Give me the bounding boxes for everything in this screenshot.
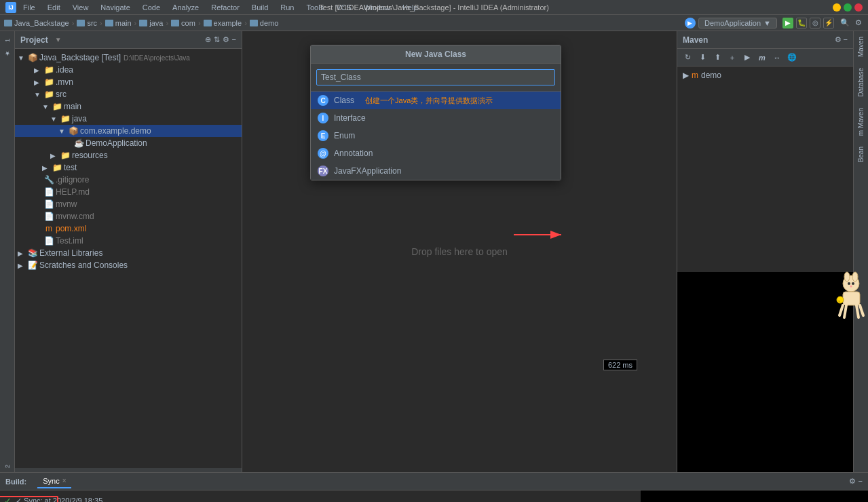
dialog-item-interface[interactable]: I Interface xyxy=(311,109,561,127)
build-log-text: ✓ Sync: at 2020/2/9 18:35 xyxy=(16,497,102,502)
maven-m-icon[interactable]: m xyxy=(756,52,768,64)
tree-item-gitignore[interactable]: ▶ 🔧 .gitignore xyxy=(15,174,242,186)
project-dropdown-icon[interactable]: ▼ xyxy=(55,36,62,43)
maven-upload-icon[interactable]: ⬆ xyxy=(711,52,723,64)
scratches-icon: 📝 xyxy=(28,260,37,270)
window-title: Test [D:\IDEA\projects\Java_Backstage] -… xyxy=(319,3,549,12)
build-tab-sync[interactable]: Sync × xyxy=(37,475,71,488)
tree-item-idea[interactable]: ▶ 📁 .idea xyxy=(15,64,242,76)
bottom-minimize-icon[interactable]: − xyxy=(858,477,863,486)
profile-button[interactable]: ⚡ xyxy=(823,18,834,28)
dialog-item-enum[interactable]: E Enum xyxy=(311,127,561,144)
dialog-item-annotation[interactable]: @ Annotation xyxy=(311,144,561,162)
breadcrumb-bar: Java_Backstage › src › main › java › com… xyxy=(0,15,868,31)
sync-tab-close[interactable]: × xyxy=(62,477,67,484)
tree-item-resources[interactable]: ▶ 📁 resources xyxy=(15,149,242,161)
tree-item-testiml[interactable]: ▶ 📄 Test.iml xyxy=(15,235,242,247)
tree-item-java[interactable]: ▼ 📁 java xyxy=(15,113,242,125)
menu-analyze[interactable]: Analyze xyxy=(170,2,202,13)
mvnw-icon: 📄 xyxy=(44,199,54,209)
sidebar-structure-button[interactable]: 2 xyxy=(1,460,14,472)
tree-item-demoapplication[interactable]: ☕ DemoApplication xyxy=(15,137,242,149)
src-folder-icon xyxy=(77,20,85,26)
panel-settings-icon[interactable]: ⚙ xyxy=(223,35,229,44)
breadcrumb-java[interactable]: java xyxy=(139,19,163,27)
project-panel: Project ▼ ⊕ ⇅ ⚙ − ▼ 📦 Java_Backstage [Te… xyxy=(15,31,242,472)
tree-item-mvnw[interactable]: ▶ 📄 mvnw xyxy=(15,198,242,210)
sidebar-maven-label[interactable]: Maven xyxy=(856,34,866,60)
maven-refresh-icon[interactable]: ↻ xyxy=(681,52,694,64)
pomxml-icon: m xyxy=(44,224,54,233)
center-content: Drop files here to open New Java Class C… xyxy=(242,31,677,472)
tree-item-src[interactable]: ▼ 📁 src xyxy=(15,88,242,100)
maven-expand-icon[interactable]: ↔ xyxy=(771,52,783,64)
tree-item-mvn[interactable]: ▶ 📁 .mvn xyxy=(15,76,242,88)
maven-settings-icon[interactable]: ⚙ xyxy=(835,35,842,44)
breadcrumb-example[interactable]: example xyxy=(204,19,242,27)
menu-file[interactable]: File xyxy=(20,2,38,13)
maven-run-icon[interactable]: ▶ xyxy=(741,52,753,64)
tree-item-test[interactable]: ▶ 📁 test xyxy=(15,161,242,174)
sidebar-m-maven-label[interactable]: m Maven xyxy=(856,105,866,138)
tree-item-helpmd[interactable]: ▶ 📄 HELP.md xyxy=(15,186,242,198)
success-icon: ✓ xyxy=(4,496,12,502)
run-config-button[interactable]: DemoApplication ▼ xyxy=(698,18,777,28)
menu-view[interactable]: View xyxy=(70,2,92,13)
maven-download-icon[interactable]: ⬇ xyxy=(696,52,709,64)
panel-close-icon[interactable]: − xyxy=(232,35,236,44)
maven-item-demo[interactable]: ▶ m demo xyxy=(680,69,850,81)
demo-app-icon: ☕ xyxy=(74,138,83,148)
annotation-icon: @ xyxy=(318,148,328,159)
tree-item-external-libraries[interactable]: ▶ 📚 External Libraries xyxy=(15,247,242,259)
dialog-item-class[interactable]: C Class 创建一个Java类，并向导提供数据演示 xyxy=(311,92,561,109)
run-config-label: DemoApplication xyxy=(704,19,761,27)
menu-run[interactable]: Run xyxy=(278,2,297,13)
breadcrumb-com[interactable]: com xyxy=(171,19,195,27)
tree-item-mvnwcmd[interactable]: ▶ 📄 mvnw.cmd xyxy=(15,210,242,223)
menu-build[interactable]: Build xyxy=(249,2,271,13)
breadcrumb-src[interactable]: src xyxy=(77,19,97,27)
dialog-item-javafx[interactable]: FX JavaFXApplication xyxy=(311,162,561,180)
menu-refactor[interactable]: Refactor xyxy=(208,2,242,13)
run-button[interactable]: ▶ xyxy=(782,18,793,28)
tree-item-scratches[interactable]: ▶ 📝 Scratches and Consoles xyxy=(15,259,242,271)
run-config-icon[interactable]: ▶ xyxy=(685,18,696,28)
close-button[interactable] xyxy=(854,3,863,12)
maven-tree: ▶ m demo xyxy=(677,66,853,272)
sidebar-project-button[interactable]: 1 xyxy=(1,34,14,46)
mvn-arrow: ▶ xyxy=(34,79,42,86)
menu-code[interactable]: Code xyxy=(140,2,163,13)
debug-button[interactable]: 🐛 xyxy=(796,18,807,28)
maximize-button[interactable] xyxy=(844,3,852,12)
minimize-button[interactable] xyxy=(833,3,841,12)
class-name-input[interactable] xyxy=(316,69,555,85)
menu-edit[interactable]: Edit xyxy=(45,2,63,13)
menu-navigate[interactable]: Navigate xyxy=(98,2,132,13)
sidebar-favorites-button[interactable]: ★ xyxy=(1,47,14,60)
locate-icon[interactable]: ⊕ xyxy=(205,35,211,44)
class-label: Class xyxy=(334,96,354,105)
tree-item-pomxml[interactable]: ▶ m pom.xml xyxy=(15,223,242,235)
mvnwcmd-icon: 📄 xyxy=(44,212,54,221)
sidebar-database-label[interactable]: Database xyxy=(856,65,866,100)
tree-scrollbar[interactable] xyxy=(15,468,242,472)
maven-minimize-icon[interactable]: − xyxy=(844,35,848,44)
mvnwcmd-label: mvnw.cmd xyxy=(56,212,94,221)
idea-label: .idea xyxy=(56,65,73,75)
tree-item-main[interactable]: ▼ 📁 main xyxy=(15,100,242,113)
breadcrumb-demo[interactable]: demo xyxy=(250,19,279,27)
bottom-settings-icon[interactable]: ⚙ xyxy=(849,477,856,486)
coverage-button[interactable]: ◎ xyxy=(810,18,820,28)
breadcrumb-main[interactable]: main xyxy=(105,19,132,27)
tree-item-package[interactable]: ▼ 📦 com.example.demo xyxy=(15,125,242,137)
build-output-area xyxy=(641,490,868,502)
settings-button[interactable]: ⚙ xyxy=(853,18,864,28)
search-button[interactable]: 🔍 xyxy=(839,18,850,28)
breadcrumb-project[interactable]: Java_Backstage xyxy=(4,19,69,27)
tree-item-root[interactable]: ▼ 📦 Java_Backstage [Test] D:\IDEA\projec… xyxy=(15,52,242,64)
maven-add-icon[interactable]: + xyxy=(726,52,738,64)
sidebar-bean-label[interactable]: Bean xyxy=(856,144,866,165)
test-arrow: ▶ xyxy=(42,164,50,172)
maven-online-icon[interactable]: 🌐 xyxy=(786,52,798,64)
expand-icon[interactable]: ⇅ xyxy=(214,35,220,44)
